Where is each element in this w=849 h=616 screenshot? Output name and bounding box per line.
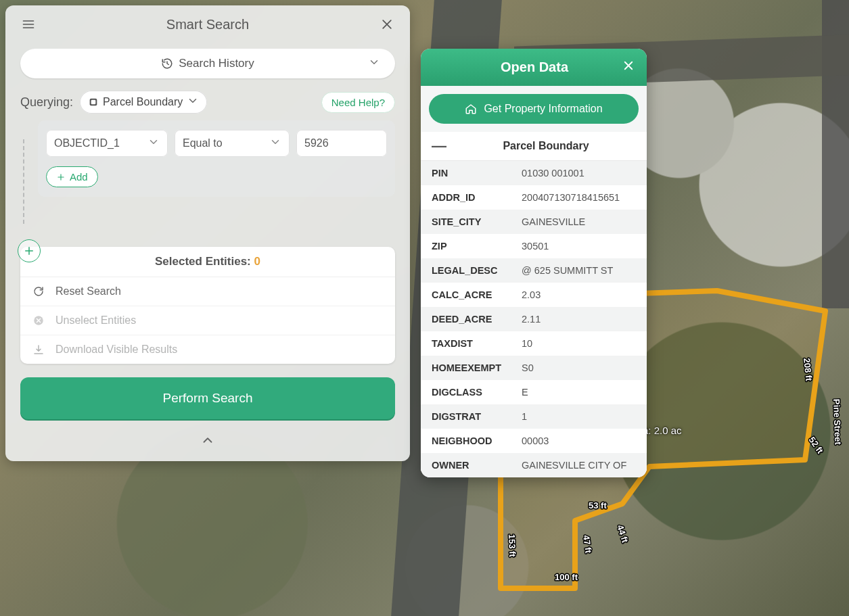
attr-value: 01030 001001 [519, 161, 647, 185]
chevron-down-icon [368, 56, 380, 71]
menu-icon[interactable] [20, 16, 37, 32]
attr-value: 10 [519, 331, 647, 356]
field-value: OBJECTID_1 [54, 137, 120, 149]
add-condition-button[interactable]: Add [46, 166, 98, 187]
add-label: Add [70, 171, 88, 183]
attr-key: ADDR_ID [421, 185, 519, 210]
smart-search-panel: Smart Search Search History Querying: Pa… [5, 5, 410, 461]
operator-select[interactable]: Equal to [175, 130, 290, 157]
table-row: DEED_ACRE2.11 [421, 307, 647, 331]
perform-search-button[interactable]: Perform Search [20, 377, 395, 419]
selected-entities-card: Selected Entities: 0 Reset Search Unsele… [20, 247, 395, 364]
table-row: SITE_CITYGAINESVILLE [421, 210, 647, 234]
attr-value: 1 [519, 404, 647, 429]
attr-value: GAINESVILLE [519, 210, 647, 234]
operator-value: Equal to [183, 137, 223, 149]
layer-selector[interactable]: Parcel Boundary [80, 91, 207, 114]
search-history-label: Search History [179, 57, 254, 70]
attr-key: SITE_CITY [421, 210, 519, 234]
chevron-down-icon [187, 95, 199, 110]
attr-value: GAINESVILLE CITY OF [519, 453, 647, 477]
field-select[interactable]: OBJECTID_1 [46, 130, 168, 157]
table-row: ZIP30501 [421, 234, 647, 258]
table-row: OWNERGAINESVILLE CITY OF [421, 453, 647, 477]
reset-search-button[interactable]: Reset Search [20, 277, 395, 306]
attr-key: CALC_ACRE [421, 283, 519, 307]
house-icon [465, 103, 477, 115]
table-row: LEGAL_DESC@ 625 SUMMITT ST [421, 258, 647, 283]
table-row: TAXDIST10 [421, 331, 647, 356]
query-clause: OBJECTID_1 Equal to 5926 Add [38, 120, 395, 197]
attr-key: HOMEEXEMPT [421, 356, 519, 380]
panel-title: Smart Search [37, 17, 379, 32]
reset-label: Reset Search [55, 285, 121, 298]
attr-value: E [519, 380, 647, 404]
get-property-info-button[interactable]: Get Property Information [429, 94, 639, 124]
table-row: DIGSTRAT1 [421, 404, 647, 429]
chevron-down-icon [147, 136, 160, 151]
layer-name: Parcel Boundary [103, 96, 183, 108]
chevron-down-icon [269, 136, 281, 151]
querying-label: Querying: [20, 95, 73, 110]
plus-icon [23, 245, 35, 257]
attr-key: DIGCLASS [421, 380, 519, 404]
attr-key: OWNER [421, 453, 519, 477]
attr-key: DEED_ACRE [421, 307, 519, 331]
get-property-info-label: Get Property Information [484, 103, 602, 115]
parcel-area-label: a: 2.0 ac [643, 425, 682, 436]
attr-key: PIN [421, 161, 519, 185]
table-row: CALC_ACRE2.03 [421, 283, 647, 307]
section-title: Parcel Boundary [456, 140, 636, 152]
table-row: ADDR_ID200407130718415651 [421, 185, 647, 210]
attr-key: NEIGBHOOD [421, 429, 519, 453]
add-clause-group-button[interactable] [18, 239, 41, 262]
table-row: NEIGBHOOD00003 [421, 429, 647, 453]
table-row: PIN01030 001001 [421, 161, 647, 185]
attr-key: ZIP [421, 234, 519, 258]
collapse-panel-button[interactable] [18, 423, 398, 453]
download-icon [31, 343, 46, 356]
svg-rect-1 [91, 100, 96, 105]
unselect-entities-button: Unselect Entities [20, 306, 395, 335]
need-help-button[interactable]: Need Help? [321, 92, 395, 113]
history-icon [161, 57, 173, 70]
attr-value: S0 [519, 356, 647, 380]
attr-key: LEGAL_DESC [421, 258, 519, 283]
attr-key: TAXDIST [421, 331, 519, 356]
value-input[interactable]: 5926 [296, 130, 387, 157]
attr-value: 00003 [519, 429, 647, 453]
section-toggle[interactable]: — Parcel Boundary [421, 132, 647, 161]
open-data-panel: Open Data Get Property Information — Par… [421, 49, 647, 477]
selected-label: Selected Entities: [155, 255, 251, 268]
table-row: DIGCLASSE [421, 380, 647, 404]
download-label: Download Visible Results [55, 343, 177, 356]
attr-value: 200407130718415651 [519, 185, 647, 210]
refresh-icon [31, 285, 46, 298]
chevron-up-icon [200, 433, 215, 448]
plus-icon [56, 172, 66, 182]
search-history-dropdown[interactable]: Search History [20, 49, 395, 78]
attr-value: 2.03 [519, 283, 647, 307]
layer-icon [88, 97, 99, 108]
attr-value: @ 625 SUMMITT ST [519, 258, 647, 283]
close-icon[interactable] [622, 60, 635, 75]
selected-entities-header: Selected Entities: 0 [20, 247, 395, 277]
value-text: 5926 [304, 137, 329, 149]
attr-value: 30501 [519, 234, 647, 258]
attr-key: DIGSTRAT [421, 404, 519, 429]
x-circle-icon [31, 314, 46, 327]
table-row: HOMEEXEMPTS0 [421, 356, 647, 380]
close-icon[interactable] [379, 16, 395, 32]
download-results-button: Download Visible Results [20, 335, 395, 364]
attribute-table: PIN01030 001001ADDR_ID200407130718415651… [421, 161, 647, 477]
attr-value: 2.11 [519, 307, 647, 331]
open-data-title: Open Data [446, 60, 622, 75]
selected-count: 0 [254, 255, 260, 268]
unselect-label: Unselect Entities [55, 314, 136, 327]
